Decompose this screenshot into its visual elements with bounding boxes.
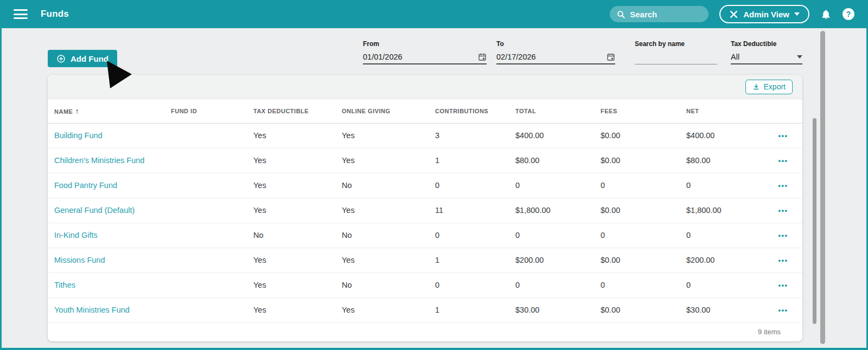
chevron-down-icon <box>794 12 800 16</box>
cell-tax-deductible: Yes <box>247 173 335 198</box>
admin-view-label: Admin View <box>743 10 789 19</box>
table-scrollbar-thumb[interactable] <box>813 118 816 324</box>
cell-online-giving: Yes <box>335 198 429 223</box>
table-row: Building Fund Yes Yes 3 $400.00 $0.00 $4… <box>48 123 802 148</box>
cell-online-giving: No <box>335 223 429 248</box>
table-row: Food Pantry Fund Yes No 0 0 0 0 ••• <box>48 173 802 198</box>
cell-net: $30.00 <box>680 297 764 322</box>
cell-net: $80.00 <box>680 148 764 173</box>
tax-deductible-field: Tax Deductible All <box>731 40 802 67</box>
from-date-field: From 01/01/2026 <box>363 40 487 67</box>
cell-net: $1,800.00 <box>680 198 764 223</box>
page: Funds Search Admin View ? <box>2 0 866 348</box>
card-footer: 9 items <box>48 323 802 341</box>
chevron-down-icon <box>797 55 802 59</box>
hamburger-menu-icon[interactable] <box>14 9 28 19</box>
cell-fees: $0.00 <box>594 248 680 273</box>
search-by-name-label: Search by name <box>635 40 717 48</box>
global-search-input[interactable]: Search <box>610 6 709 22</box>
search-by-name-input[interactable] <box>635 51 717 64</box>
cell-contributions: 0 <box>429 173 509 198</box>
table-row: In-Kind Gifts No No 0 0 0 0 ••• <box>48 223 802 248</box>
cell-total: $30.00 <box>509 297 594 322</box>
cell-fees: $0.00 <box>594 148 680 173</box>
cell-online-giving: No <box>335 273 429 297</box>
fund-name-link[interactable]: Youth Ministries Fund <box>54 306 130 314</box>
cell-contributions: 0 <box>429 273 509 297</box>
cell-tax-deductible: Yes <box>247 123 335 148</box>
row-actions-menu-icon[interactable]: ••• <box>778 281 788 289</box>
row-actions-menu-icon[interactable]: ••• <box>778 306 788 314</box>
cell-total: $200.00 <box>509 248 594 273</box>
column-header-total[interactable]: TOTAL <box>509 99 594 123</box>
search-icon <box>616 10 626 19</box>
column-header-online-giving[interactable]: ONLINE GIVING <box>335 99 429 123</box>
calendar-icon[interactable] <box>607 53 615 61</box>
from-date-value: 01/01/2026 <box>363 53 403 61</box>
row-actions-menu-icon[interactable]: ••• <box>778 231 788 239</box>
cell-net: $200.00 <box>680 248 764 273</box>
cell-fund-id <box>164 297 247 322</box>
column-header-name[interactable]: NAME↑ <box>48 99 164 123</box>
cell-tax-deductible: Yes <box>247 198 335 223</box>
fund-name-link[interactable]: Missions Fund <box>54 256 105 264</box>
table-row: Tithes Yes No 0 0 0 0 ••• <box>48 273 802 297</box>
column-header-actions <box>764 99 802 123</box>
row-actions-menu-icon[interactable]: ••• <box>778 206 788 215</box>
cell-net: $400.00 <box>680 123 764 148</box>
cell-fees: $0.00 <box>594 297 680 322</box>
table-row: General Fund (Default) Yes Yes 11 $1,800… <box>48 198 802 223</box>
row-actions-menu-icon[interactable]: ••• <box>778 256 788 264</box>
cell-tax-deductible: Yes <box>247 273 335 297</box>
cell-contributions: 3 <box>429 123 509 148</box>
page-scrollbar-thumb[interactable] <box>820 31 825 344</box>
export-button[interactable]: Export <box>745 80 793 94</box>
fund-name-link[interactable]: General Fund (Default) <box>54 206 135 215</box>
help-icon[interactable]: ? <box>843 8 854 20</box>
cell-online-giving: Yes <box>335 148 429 173</box>
admin-view-button[interactable]: Admin View <box>719 5 809 23</box>
column-header-tax-deductible[interactable]: TAX DEDUCTIBLE <box>247 99 335 123</box>
cell-online-giving: Yes <box>335 297 429 322</box>
export-label: Export <box>764 82 786 91</box>
cell-net: 0 <box>680 223 764 248</box>
fund-name-link[interactable]: Tithes <box>54 281 75 289</box>
column-header-fund-id[interactable]: FUND ID <box>164 99 247 123</box>
table-row: Children's Ministries Fund Yes Yes 1 $80… <box>48 148 802 173</box>
fund-name-link[interactable]: In-Kind Gifts <box>54 231 98 239</box>
items-count: 9 items <box>758 328 781 336</box>
column-header-contributions[interactable]: CONTRIBUTIONS <box>429 99 509 123</box>
row-actions-menu-icon[interactable]: ••• <box>778 157 788 165</box>
plus-circle-icon <box>56 54 66 63</box>
to-date-field: To 02/17/2026 <box>496 40 615 67</box>
cell-fees: $0.00 <box>594 198 680 223</box>
cell-fees: 0 <box>594 173 680 198</box>
column-header-net[interactable]: NET <box>680 99 764 123</box>
cell-fund-id <box>164 223 247 248</box>
add-fund-button[interactable]: Add Fund <box>48 50 117 67</box>
cell-fund-id <box>164 248 247 273</box>
cell-total: $80.00 <box>509 148 594 173</box>
fund-name-link[interactable]: Building Fund <box>54 131 103 140</box>
to-date-input[interactable]: 02/17/2026 <box>496 51 615 64</box>
fund-name-link[interactable]: Food Pantry Fund <box>54 181 117 190</box>
row-actions-menu-icon[interactable]: ••• <box>778 182 788 190</box>
column-header-fees[interactable]: FEES <box>594 99 680 123</box>
search-by-name-field: Search by name <box>635 40 717 67</box>
cell-total: 0 <box>509 223 594 248</box>
app-bar-right: Search Admin View ? <box>610 5 854 23</box>
row-actions-menu-icon[interactable]: ••• <box>778 132 788 140</box>
tax-deductible-label: Tax Deductible <box>731 40 802 48</box>
cell-total: $400.00 <box>509 123 594 148</box>
fund-name-link[interactable]: Children's Ministries Fund <box>54 156 144 165</box>
app-bar: Funds Search Admin View ? <box>2 0 866 28</box>
table-row: Missions Fund Yes Yes 1 $200.00 $0.00 $2… <box>48 248 802 273</box>
cell-fees: $0.00 <box>594 123 680 148</box>
calendar-icon[interactable] <box>478 53 487 61</box>
cell-fees: 0 <box>594 223 680 248</box>
table-row: Youth Ministries Fund Yes Yes 1 $30.00 $… <box>48 297 802 322</box>
tax-deductible-select[interactable]: All <box>731 51 802 64</box>
notifications-bell-icon[interactable] <box>820 9 832 20</box>
cell-contributions: 11 <box>429 198 509 223</box>
from-date-input[interactable]: 01/01/2026 <box>363 51 487 64</box>
